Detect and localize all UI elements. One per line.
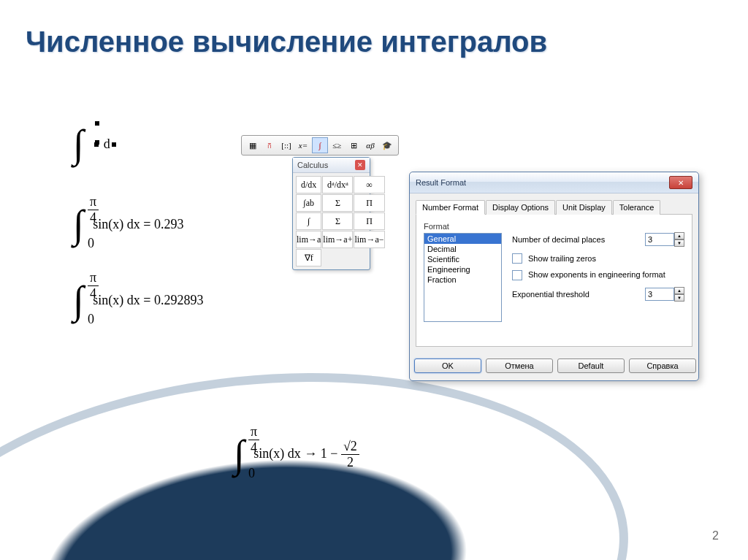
tab-number-format[interactable]: Number Format <box>416 200 485 215</box>
integral-eq3: π4 ∫ 0 sin(x) dx = 0.292893 <box>73 280 203 320</box>
format-option-engineering[interactable]: Engineering <box>424 264 501 275</box>
spin-down-icon[interactable]: ▼ <box>674 294 684 302</box>
dialog-titlebar[interactable]: Result Format ✕ <box>410 172 698 193</box>
exp-threshold-label: Exponential threshold <box>512 290 639 299</box>
close-icon[interactable]: ✕ <box>355 160 365 170</box>
format-option-general[interactable]: General <box>424 234 501 244</box>
integral-template: ∫ d <box>73 124 203 175</box>
programming-icon[interactable]: ⊞ <box>346 137 362 153</box>
calculus-palette: Calculus ✕ d/dx dⁿ/dxⁿ ∞ ∫ab Σ Π ∫ Σ Π l… <box>292 157 370 270</box>
format-option-fraction[interactable]: Fraction <box>424 275 501 285</box>
help-button[interactable]: Справка <box>629 358 696 373</box>
d-symbol: d <box>104 137 110 151</box>
trailing-zeros-checkbox[interactable] <box>512 253 522 264</box>
boolean-icon[interactable]: ≤≥ <box>329 137 345 153</box>
close-icon[interactable]: ✕ <box>669 176 692 189</box>
greek-icon[interactable]: αβ <box>362 137 378 153</box>
ok-button[interactable]: OK <box>414 358 481 373</box>
trailing-zeros-label: Show trailing zeros <box>528 254 596 263</box>
graph-icon[interactable]: ⩃ <box>262 137 278 153</box>
palette-limit-left[interactable]: lim→a− <box>354 231 384 248</box>
palette-infinity[interactable]: ∞ <box>354 176 384 193</box>
palette-indefinite-integral[interactable]: ∫ <box>296 212 321 230</box>
exp-threshold-spinner[interactable]: ▲▼ <box>645 287 684 302</box>
eng-format-checkbox[interactable] <box>512 270 522 280</box>
palette-gradient[interactable]: ∇f <box>296 249 321 266</box>
palette-nth-derivative[interactable]: dⁿ/dxⁿ <box>322 176 353 193</box>
format-listbox[interactable]: General Decimal Scientific Engineering F… <box>424 233 502 322</box>
spin-up-icon[interactable]: ▲ <box>674 232 684 239</box>
palette-definite-integral[interactable]: ∫ab <box>296 194 321 212</box>
palette-limit-right[interactable]: lim→a+ <box>322 231 353 248</box>
symbolic-icon[interactable]: 🎓 <box>379 137 395 153</box>
palette-product-range[interactable]: Π <box>354 194 384 212</box>
default-button[interactable]: Default <box>557 358 625 373</box>
palette-product[interactable]: Π <box>354 212 384 230</box>
format-option-decimal[interactable]: Decimal <box>424 244 501 254</box>
tab-unit-display[interactable]: Unit Display <box>556 200 612 215</box>
exp-threshold-input[interactable] <box>645 288 674 301</box>
palette-title-text: Calculus <box>297 161 328 169</box>
spin-up-icon[interactable]: ▲ <box>674 287 684 294</box>
decimal-places-spinner[interactable]: ▲▼ <box>645 232 684 247</box>
tab-display-options[interactable]: Display Options <box>486 200 555 215</box>
calculus-icon[interactable]: ∫ <box>312 137 328 153</box>
cancel-button[interactable]: Отмена <box>486 358 553 373</box>
palette-limit[interactable]: lim→a <box>296 231 321 248</box>
tab-page-number-format: Format General Decimal Scientific Engine… <box>416 215 692 347</box>
math-area: ∫ d π4 ∫ 0 sin(x) dx = 0.293 π4 ∫ 0 sin(… <box>73 124 203 342</box>
palette-derivative[interactable]: d/dx <box>296 176 321 193</box>
dialog-title: Result Format <box>416 178 466 187</box>
format-option-scientific[interactable]: Scientific <box>424 254 501 264</box>
slide-title: Численное вычисление интегралов <box>0 0 748 58</box>
palette-sum[interactable]: Σ <box>322 212 353 230</box>
integral-eq2: π4 ∫ 0 sin(x) dx = 0.293 <box>73 204 203 244</box>
decimal-places-input[interactable] <box>645 233 674 246</box>
palette-grid: d/dx dⁿ/dxⁿ ∞ ∫ab Σ Π ∫ Σ Π lim→a lim→a+… <box>293 173 370 269</box>
palette-sum-range[interactable]: Σ <box>322 194 353 212</box>
math-toolbar: ▦ ⩃ [::] x= ∫ ≤≥ ⊞ αβ 🎓 <box>241 135 399 156</box>
format-label: Format <box>424 222 502 231</box>
tab-strip: Number Format Display Options Unit Displ… <box>416 199 692 215</box>
page-number: 2 <box>712 529 719 542</box>
matrix-icon[interactable]: [::] <box>278 137 294 153</box>
calculator-icon[interactable]: ▦ <box>245 137 261 153</box>
integral-eq4: π4 ∫ 0 sin(x) dx → 1 − √22 <box>234 434 359 474</box>
result-format-dialog: Result Format ✕ Number Format Display Op… <box>409 172 699 381</box>
evaluate-icon[interactable]: x= <box>295 137 311 153</box>
spin-down-icon[interactable]: ▼ <box>674 239 684 247</box>
tab-tolerance[interactable]: Tolerance <box>613 200 661 215</box>
decimal-places-label: Number of decimal places <box>512 235 639 244</box>
eng-format-label: Show exponents in engineering format <box>528 270 684 279</box>
